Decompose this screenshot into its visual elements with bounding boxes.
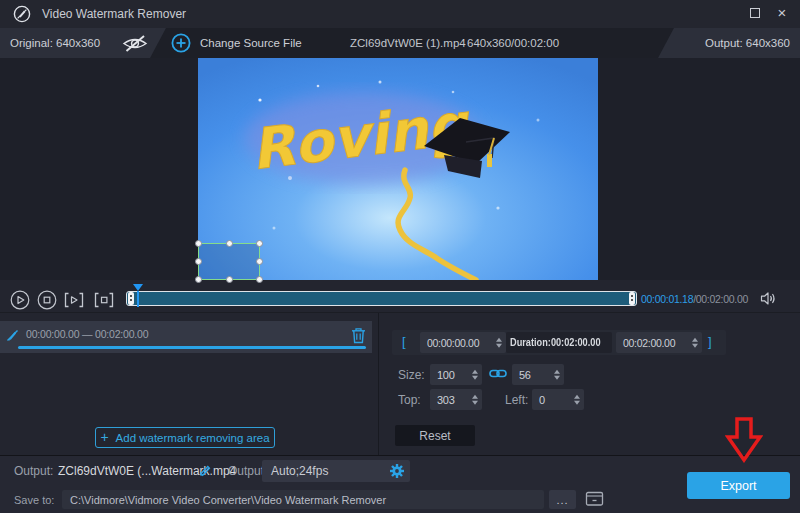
size-label: Size: [398, 368, 425, 382]
selection-handle-bottom-mid[interactable] [226, 276, 233, 283]
export-button[interactable]: Export [687, 472, 790, 499]
end-time-value: 00:02:00.00 [623, 337, 675, 349]
selection-handle-top-left[interactable] [195, 240, 202, 247]
title-bar: Video Watermark Remover × [0, 0, 800, 28]
original-resolution-label: Original: 640x360 [10, 37, 100, 49]
app-window: Video Watermark Remover × Original: 640x… [0, 0, 800, 513]
spinner-up-icon[interactable] [472, 369, 478, 373]
set-start-bracket-button[interactable]: [ [402, 334, 406, 349]
spinner-up-icon[interactable] [554, 369, 560, 373]
spinner-up-icon[interactable] [472, 394, 478, 398]
end-time-field[interactable]: 00:02:00.00 [616, 332, 702, 353]
selection-handle-top-mid[interactable] [226, 240, 233, 247]
edit-filename-icon[interactable] [198, 464, 212, 478]
selection-handle-mid-right[interactable] [256, 258, 263, 265]
watermark-track-row[interactable]: 00:00:00.00 — 00:02:00.00 [0, 321, 372, 353]
selection-handle-bottom-left[interactable] [195, 276, 202, 283]
spinner-down-icon[interactable] [554, 376, 560, 380]
top-label: Top: [398, 393, 421, 407]
spinner-down-icon[interactable] [472, 401, 478, 405]
add-watermark-area-button[interactable]: + Add watermark removing area [95, 427, 275, 448]
open-folder-icon[interactable] [585, 490, 604, 507]
browse-button[interactable]: ... [549, 490, 576, 509]
eye-off-icon[interactable] [120, 33, 150, 54]
app-logo-icon [13, 5, 31, 23]
playhead[interactable] [133, 284, 143, 307]
watermark-selection-box[interactable] [198, 243, 260, 280]
window-title: Video Watermark Remover [42, 7, 186, 21]
workspace: 00:00:00.00 — 00:02:00.00 + Add watermar… [0, 312, 800, 455]
save-to-label: Save to: [14, 494, 54, 506]
play-button[interactable] [10, 290, 30, 310]
toolbar: Original: 640x360 Change Source File ZCl… [0, 28, 800, 58]
trash-icon[interactable] [351, 327, 366, 344]
close-button[interactable]: × [772, 3, 792, 23]
bottom-bar: Output: ZCl69dVtW0E (...Watermark.mp4 Ou… [0, 455, 800, 513]
track-duration-bar[interactable] [18, 346, 366, 349]
left-value: 0 [539, 394, 545, 406]
save-path-field[interactable]: C:\Vidmore\Vidmore Video Converter\Video… [62, 490, 544, 509]
timeline-track[interactable] [126, 291, 637, 306]
maximize-button[interactable] [746, 7, 764, 21]
preview-stage: Roving [0, 58, 800, 280]
playhead-triangle [133, 284, 143, 291]
watermark-remover-icon [5, 328, 20, 343]
link-dimensions-icon[interactable] [489, 367, 507, 380]
settings-gear-icon[interactable] [389, 463, 405, 479]
size-height-value: 56 [519, 369, 531, 381]
volume-icon[interactable] [760, 291, 777, 306]
time-range-strip: [ 00:00:00.00 Duration:00:02:00.00 00:02… [392, 330, 726, 355]
spinner-down-icon[interactable] [574, 401, 580, 405]
source-resolution-duration: 640x360/00:02:00 [467, 37, 559, 49]
spinner-up-icon[interactable] [692, 337, 698, 341]
size-width-field[interactable]: 100 [430, 364, 482, 385]
spinner-down-icon[interactable] [496, 344, 502, 348]
spinner-up-icon[interactable] [574, 394, 580, 398]
section-stop-button[interactable] [92, 290, 116, 310]
current-time: 00:00:01.18 [641, 293, 693, 305]
spinner-down-icon[interactable] [472, 376, 478, 380]
size-height-field[interactable]: 56 [512, 364, 564, 385]
left-label: Left: [505, 393, 528, 407]
duration-label-box: Duration:00:02:00.00 [506, 332, 612, 353]
left-field[interactable]: 0 [532, 389, 584, 410]
output-resolution-label: Output: 640x360 [705, 37, 790, 49]
reset-button[interactable]: Reset [395, 425, 475, 446]
start-time-field[interactable]: 00:00:00.00 [420, 332, 506, 353]
spinner-down-icon[interactable] [692, 344, 698, 348]
video-preview: Roving [198, 58, 598, 280]
size-width-value: 100 [437, 369, 454, 381]
output-filename-label: Output: [14, 464, 53, 478]
selection-handle-mid-left[interactable] [195, 258, 202, 265]
track-time-range: 00:00:00.00 — 00:02:00.00 [26, 328, 148, 340]
set-end-bracket-button[interactable]: ] [708, 334, 712, 349]
plus-icon: + [100, 430, 108, 444]
change-source-button[interactable]: Change Source File [200, 37, 302, 49]
add-watermark-area-label: Add watermark removing area [116, 432, 270, 444]
timeline-handle-right[interactable] [629, 292, 635, 305]
start-time-value: 00:00:00.00 [427, 337, 479, 349]
maximize-icon [750, 8, 760, 18]
top-field[interactable]: 303 [430, 389, 482, 410]
output-format-value: Auto;24fps [271, 464, 328, 478]
selection-handle-top-right[interactable] [256, 240, 263, 247]
source-filename: ZCl69dVtW0E (1).mp4 [350, 37, 466, 49]
stop-button[interactable] [37, 290, 57, 310]
duration-label: Duration:00:02:00.00 [510, 337, 601, 348]
selection-handle-bottom-right[interactable] [256, 276, 263, 283]
top-value: 303 [437, 394, 454, 406]
panel-divider [378, 313, 379, 456]
spinner-up-icon[interactable] [496, 337, 502, 341]
add-source-icon[interactable] [171, 33, 191, 53]
time-display: 00:00:01.18/00:02:00.00 [641, 293, 748, 305]
output-format-field[interactable]: Auto;24fps [262, 460, 410, 482]
playhead-line [137, 291, 139, 307]
total-time: /00:02:00.00 [693, 293, 748, 305]
section-play-button[interactable] [62, 290, 86, 310]
save-path-value: C:\Vidmore\Vidmore Video Converter\Video… [70, 494, 386, 506]
